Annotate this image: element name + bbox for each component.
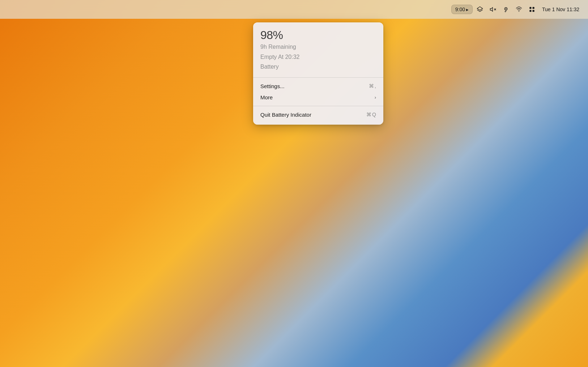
cmd-symbol: ⌘ (369, 83, 374, 89)
battery-context-menu: 98% 9h Remaining Empty At 20:32 Battery … (253, 22, 383, 125)
svg-marker-1 (490, 8, 493, 12)
settings-shortcut: ⌘ , (369, 83, 376, 89)
menu-action-section: Settings... ⌘ , More › (253, 79, 383, 104)
wifi-icon[interactable] (513, 4, 525, 15)
svg-rect-10 (533, 10, 534, 12)
hearing-svg (503, 6, 509, 13)
mute-icon[interactable] (487, 4, 499, 15)
mute-svg (490, 6, 496, 13)
wifi-svg (516, 6, 522, 13)
settings-menu-item[interactable]: Settings... ⌘ , (253, 81, 383, 92)
menubar: 9:00 ▸ (0, 0, 588, 19)
quit-shortcut: ⌘ Q (366, 112, 376, 117)
hearing-icon[interactable] (500, 4, 512, 15)
comma-symbol: , (375, 83, 376, 89)
more-arrow-icon: › (375, 95, 376, 100)
quit-menu-item[interactable]: Quit Battery Indicator ⌘ Q (253, 109, 383, 120)
battery-time-label: 9:00 (455, 7, 465, 12)
settings-label: Settings... (260, 83, 285, 89)
layers-svg (477, 6, 483, 13)
quit-q-symbol: Q (372, 112, 376, 117)
menu-quit-section: Quit Battery Indicator ⌘ Q (253, 108, 383, 122)
battery-info-section: 98% 9h Remaining Empty At 20:32 Battery (253, 25, 383, 76)
battery-percent-display: 98% (260, 28, 376, 42)
svg-rect-7 (529, 7, 531, 9)
svg-rect-9 (529, 10, 531, 12)
svg-point-6 (519, 11, 519, 12)
svg-marker-0 (477, 7, 483, 10)
battery-source-display: Battery (260, 62, 376, 72)
battery-indicator-button[interactable]: 9:00 ▸ (451, 5, 473, 14)
more-menu-item[interactable]: More › (253, 92, 383, 103)
menu-divider-2 (253, 106, 383, 106)
datetime-display[interactable]: Tue 1 Nov 11:32 (539, 5, 582, 14)
menubar-right: 9:00 ▸ (451, 4, 582, 15)
control-center-svg (529, 6, 535, 13)
battery-bolt-icon: ▸ (466, 7, 469, 12)
quit-label: Quit Battery Indicator (260, 112, 311, 118)
more-label: More (260, 94, 273, 100)
svg-rect-8 (533, 7, 534, 9)
quit-cmd-symbol: ⌘ (366, 112, 371, 117)
battery-remaining-display: 9h Remaining (260, 42, 376, 52)
svg-point-5 (506, 8, 507, 9)
layers-icon[interactable] (474, 4, 486, 15)
control-center-icon[interactable] (526, 4, 538, 15)
menu-divider-1 (253, 77, 383, 78)
battery-empty-at-display: Empty At 20:32 (260, 52, 376, 62)
